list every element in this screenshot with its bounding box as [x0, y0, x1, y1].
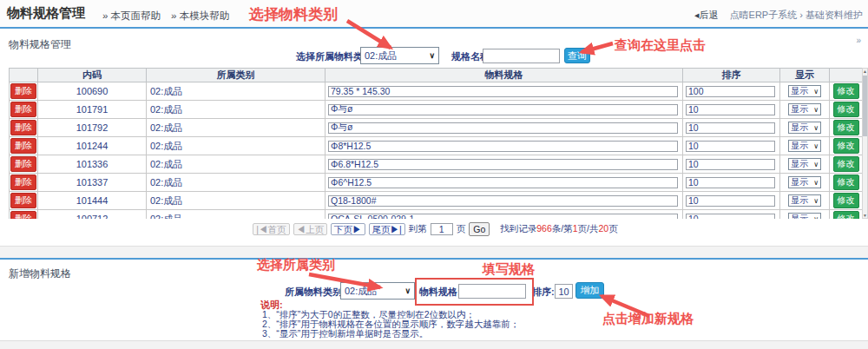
chevron-down-icon: ∨: [813, 161, 819, 168]
cell-delete: 删除: [10, 174, 38, 192]
spec-value-input[interactable]: [328, 141, 678, 152]
cell-code: 101244: [38, 137, 147, 155]
cell-modify: 修改: [830, 82, 863, 101]
summary-prefix: 找到记录: [500, 223, 536, 234]
spec-value-input[interactable]: [328, 214, 678, 220]
header-spec: 物料规格: [326, 69, 683, 82]
spec-value-input[interactable]: [328, 86, 678, 97]
modify-button[interactable]: 修改: [833, 211, 859, 219]
sort-value-input[interactable]: [686, 86, 775, 97]
show-select[interactable]: 显示 ∨: [788, 158, 821, 170]
add-category-value: 02:成品: [345, 285, 377, 298]
table-row: 删除 101337 02:成品 显示 ∨ 修改: [10, 174, 863, 192]
show-select[interactable]: 显示 ∨: [788, 140, 821, 152]
total-pages: 20: [599, 223, 609, 234]
cell-delete: 删除: [10, 210, 38, 220]
search-button[interactable]: 查询: [564, 48, 590, 63]
show-select[interactable]: 显示 ∨: [788, 176, 821, 188]
delete-button[interactable]: 删除: [10, 211, 36, 219]
add-category-select[interactable]: 02:成品 ∨: [340, 282, 415, 300]
chevron-down-icon: ∨: [813, 179, 819, 187]
breadcrumb-section[interactable]: 基础资料维护: [806, 10, 863, 20]
show-select[interactable]: 显示 ∨: [788, 194, 821, 207]
add-sort-input[interactable]: [555, 284, 573, 299]
modify-button[interactable]: 修改: [833, 174, 859, 190]
sort-value-input[interactable]: [686, 214, 775, 220]
cell-code: 101444: [38, 192, 147, 210]
cell-sort: [683, 174, 780, 192]
sort-value-input[interactable]: [686, 122, 775, 134]
modify-button[interactable]: 修改: [833, 156, 859, 172]
delete-button[interactable]: 删除: [10, 156, 36, 172]
help-links: » 本页面帮助» 本模块帮助: [102, 10, 240, 23]
chevron-down-icon: ∨: [429, 51, 435, 60]
cell-code: 101336: [38, 155, 147, 174]
cell-modify: 修改: [830, 192, 863, 210]
delete-button[interactable]: 删除: [10, 83, 36, 99]
help-page-link[interactable]: » 本页面帮助: [102, 10, 161, 21]
cell-sort: [683, 137, 780, 155]
modify-button[interactable]: 修改: [833, 193, 859, 208]
chevron-down-icon: ∨: [813, 124, 819, 132]
cell-sort: [683, 119, 780, 137]
delete-button[interactable]: 删除: [10, 193, 36, 208]
spec-value-input[interactable]: [328, 104, 678, 115]
back-button[interactable]: ◂后退: [694, 10, 719, 20]
chevron-down-icon: ∨: [813, 88, 819, 95]
show-select[interactable]: 显示 ∨: [788, 85, 821, 97]
delete-button[interactable]: 删除: [10, 120, 36, 135]
first-page-button[interactable]: |◀首页: [253, 223, 289, 235]
show-select[interactable]: 显示 ∨: [788, 103, 821, 115]
cell-show: 显示 ∨: [780, 82, 830, 101]
last-page-button[interactable]: 尾页▶|: [369, 223, 405, 235]
modify-button[interactable]: 修改: [833, 83, 859, 99]
show-select[interactable]: 显示 ∨: [788, 213, 821, 219]
sort-value-input[interactable]: [686, 104, 775, 115]
modify-button[interactable]: 修改: [833, 138, 859, 154]
add-sort-label: 排序:: [532, 283, 555, 300]
help-module-link[interactable]: » 本模块帮助: [171, 10, 229, 21]
spec-value-input[interactable]: [328, 159, 678, 170]
query-category-select[interactable]: 02:成品 ∨: [360, 47, 439, 64]
cell-spec: [326, 82, 683, 101]
prev-page-button[interactable]: ◀上页: [293, 223, 328, 235]
spec-value-input[interactable]: [328, 177, 678, 188]
table-row: 删除 101792 02:成品 显示 ∨ 修改: [10, 119, 863, 137]
table-row: 删除 100712 02:成品 显示 ∨ 修改: [10, 210, 863, 220]
show-select-value: 显示: [791, 85, 808, 97]
spec-name-input[interactable]: [483, 49, 560, 63]
delete-button[interactable]: 删除: [10, 102, 36, 117]
breadcrumb-system[interactable]: 点晴ERP子系统: [730, 10, 798, 20]
table-scrollbar[interactable]: ▲ ▼: [862, 68, 868, 219]
add-button[interactable]: 增加: [575, 282, 604, 299]
sort-value-input[interactable]: [686, 177, 775, 188]
table-header-row: 内码 所属类别 物料规格 排序 显示: [10, 69, 863, 82]
spec-value-input[interactable]: [328, 122, 678, 134]
next-page-button[interactable]: 下页▶: [331, 223, 365, 235]
go-button[interactable]: Go: [469, 222, 490, 236]
collapse-icon[interactable]: »: [856, 36, 861, 45]
modify-button[interactable]: 修改: [833, 102, 859, 117]
show-select-value: 显示: [791, 140, 808, 152]
header-category: 所属类别: [147, 69, 326, 82]
page-number-input[interactable]: [431, 223, 453, 235]
table-row: 删除 101336 02:成品 显示 ∨ 修改: [10, 155, 863, 174]
modify-button[interactable]: 修改: [833, 120, 859, 135]
delete-button[interactable]: 删除: [10, 138, 36, 154]
sort-value-input[interactable]: [686, 141, 775, 152]
pagination-bar: |◀首页 ◀上页 下页▶ 尾页▶| 到第 页 Go 找到记录966条/第1页/共…: [9, 222, 862, 236]
show-select-value: 显示: [791, 158, 808, 170]
cell-spec: [326, 101, 683, 119]
sort-value-input[interactable]: [686, 195, 775, 207]
scrollbar-up-icon[interactable]: ▲: [863, 69, 867, 74]
sort-value-input[interactable]: [686, 159, 775, 170]
breadcrumb-separator: ›: [799, 10, 803, 20]
show-select[interactable]: 显示 ∨: [788, 122, 821, 134]
delete-button[interactable]: 删除: [10, 174, 36, 190]
cell-show: 显示 ∨: [780, 174, 830, 192]
scrollbar-down-icon[interactable]: ▼: [863, 213, 867, 218]
scrollbar-thumb[interactable]: [863, 76, 867, 136]
annotation-select-category-bottom: 选择所属类别: [257, 257, 335, 273]
cell-modify: 修改: [830, 119, 863, 137]
spec-value-input[interactable]: [328, 195, 678, 207]
